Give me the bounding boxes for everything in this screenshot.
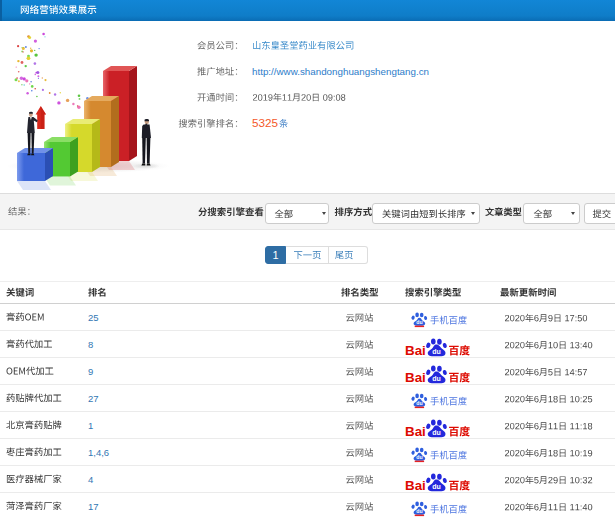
svg-text:27: 27 [88, 393, 99, 404]
svg-text:1,4,6: 1,4,6 [88, 447, 109, 458]
svg-text:25: 25 [88, 312, 99, 323]
svg-text:8: 8 [88, 339, 93, 350]
svg-text:4: 4 [88, 474, 93, 485]
svg-text:9: 9 [88, 366, 93, 377]
svg-text:5325: 5325 [252, 116, 279, 129]
svg-text:17: 17 [88, 501, 99, 512]
svg-text:http://www.shandonghuangshengt: http://www.shandonghuangshengtang.cn [252, 66, 429, 77]
svg-text:1: 1 [272, 249, 278, 261]
svg-text:1: 1 [88, 420, 93, 431]
